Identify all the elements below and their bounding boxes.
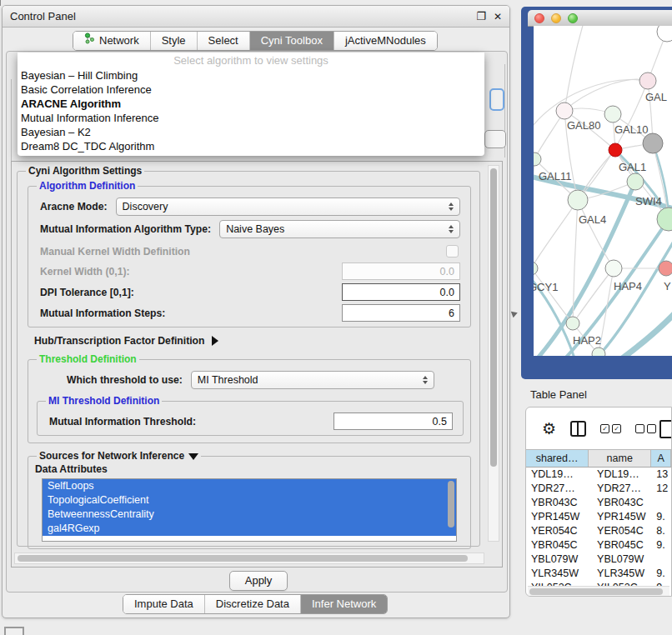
mi-threshold-field[interactable] (333, 412, 453, 430)
kernel-width-field[interactable] (342, 262, 460, 280)
mi-steps-label: Mutual Information Steps: (40, 308, 165, 319)
minimized-panel-icon[interactable] (4, 627, 24, 635)
settings-vertical-scrollbar-thumb[interactable] (490, 168, 497, 467)
network-node[interactable] (566, 317, 579, 330)
network-node-label-gal: GAL (645, 91, 667, 103)
apply-button[interactable]: Apply (229, 571, 288, 591)
minimize-traffic-light-icon[interactable] (551, 13, 561, 23)
network-node[interactable] (657, 26, 672, 42)
column-header-shared-[interactable]: shared… (526, 450, 589, 467)
table-row[interactable]: YER054CYER054C8. (526, 524, 671, 538)
aracne-mode-label: Aracne Mode: (40, 201, 108, 212)
algorithm-option-basic-correlation-inference[interactable]: Basic Correlation Inference (18, 82, 484, 97)
tab-network[interactable]: Network (73, 32, 150, 50)
table-cell: 13 (651, 468, 671, 482)
bottom-tab-infer-network[interactable]: Infer Network (300, 595, 387, 613)
network-node-label-gal80: GAL80 (567, 119, 600, 132)
mi-algorithm-type-label: Mutual Information Algorithm Type: (40, 223, 211, 235)
column-layout-icon[interactable] (570, 421, 586, 437)
table-row[interactable]: YDR27…YDR27…12 (526, 482, 671, 496)
tab-select[interactable]: Select (197, 32, 249, 50)
close-traffic-light-icon[interactable] (534, 13, 544, 23)
table-cell: YDR27… (589, 482, 651, 496)
sources-title: Sources for Network Inference (37, 450, 201, 462)
algorithm-option-mutual-information-inference[interactable]: Mutual Information Inference (18, 111, 484, 125)
mi-algorithm-type-combobox[interactable]: Naive Bayes (219, 220, 460, 238)
network-edge[interactable] (534, 200, 578, 268)
mi-steps-field[interactable] (342, 304, 460, 322)
network-node[interactable] (604, 106, 621, 122)
table-header: shared…nameA (526, 449, 671, 468)
bottom-tabs: Impute DataDiscretize DataInfer Network (123, 594, 388, 614)
bottom-tab-impute-data[interactable]: Impute Data (123, 595, 204, 613)
list-scrollbar-thumb[interactable] (448, 481, 454, 528)
algorithm-option-bayesian-hill-climbing[interactable]: Bayesian – Hill Climbing (18, 68, 484, 82)
attribute-item-topologicalcoefficient[interactable]: TopologicalCoefficient (43, 493, 456, 508)
gear-icon[interactable]: ⚙ (542, 421, 556, 437)
hub-definition-label: Hub/Transcription Factor Definition (34, 335, 205, 347)
network-node[interactable] (643, 133, 663, 153)
network-node[interactable] (605, 260, 622, 277)
bottom-tab-discretize-data[interactable]: Discretize Data (204, 595, 300, 613)
algorithm-option-aracne-algorithm[interactable]: ARACNE Algorithm (18, 97, 484, 111)
network-canvas[interactable]: GALGAL80GAL10GAL1GAL11SWI4GAL4GCY1HAP4YH… (534, 26, 672, 356)
network-node[interactable] (627, 173, 644, 190)
network-node[interactable] (609, 143, 622, 157)
threshold-definition-group: Threshold Definition Which threshold to … (28, 353, 471, 443)
network-edge[interactable] (578, 200, 614, 268)
table-horizontal-scrollbar-thumb[interactable] (529, 588, 663, 595)
table-row[interactable]: YBR043CYBR043C (526, 496, 671, 510)
collapsed-arrow-icon[interactable] (212, 336, 218, 346)
table-horizontal-scrollbar[interactable] (528, 586, 669, 597)
table-row[interactable]: YPR145WYPR145W9. (526, 510, 671, 524)
table-cell (651, 496, 671, 510)
table-cell: YDL19… (526, 468, 589, 482)
attribute-item-gal4rgexp[interactable]: gal4RGexp (43, 522, 456, 536)
expanded-arrow-icon[interactable] (188, 453, 198, 460)
table-row[interactable]: YBR045CYBR045C9. (526, 538, 671, 552)
algorithm-option-dream8-dc-tdc-algorithm[interactable]: Dream8 DC_TDC Algorithm (18, 139, 484, 153)
network-node[interactable] (657, 208, 672, 231)
deselect-all-checkboxes-icon[interactable] (635, 424, 656, 433)
dpi-tolerance-field[interactable] (342, 283, 460, 301)
select-all-checkboxes-icon[interactable]: ✓✓ (600, 424, 621, 433)
column-header-a[interactable]: A (651, 450, 671, 467)
which-threshold-combobox[interactable]: MI Threshold (191, 371, 434, 389)
network-edge[interactable] (564, 79, 648, 111)
table-cell: YPR145W (589, 510, 651, 524)
network-node[interactable] (568, 190, 588, 210)
table-row[interactable]: YBL079WYBL079W (526, 552, 671, 567)
attribute-item-selfloops[interactable]: SelfLoops (43, 479, 456, 493)
network-node[interactable] (534, 262, 538, 275)
float-window-icon[interactable]: ❐ (476, 10, 486, 22)
algorithm-definition-group: Algorithm Definition Aracne Mode: Discov… (28, 180, 471, 328)
network-node[interactable] (659, 261, 672, 276)
tab-cyni-toolbox[interactable]: Cyni Toolbox (249, 32, 333, 50)
tab-jactivemnodules[interactable]: jActiveMNodules (333, 32, 437, 50)
table-toolbar: ⚙ ✓✓ (526, 408, 671, 449)
table-row[interactable]: YLR345WYLR345W9. (526, 567, 671, 581)
table-cell: 9. (651, 567, 671, 581)
manual-kernel-width-checkbox[interactable] (446, 245, 459, 258)
network-node[interactable] (639, 72, 656, 89)
settings-vertical-scrollbar[interactable] (488, 165, 499, 542)
algorithm-definition-title: Algorithm Definition (37, 180, 138, 192)
algorithm-dropdown-placeholder: Select algorithm to view settings (18, 52, 484, 68)
aracne-mode-combobox[interactable]: Discovery (116, 198, 460, 216)
close-window-icon[interactable]: ✕ (494, 11, 502, 22)
attribute-item-betweennesscentrality[interactable]: BetweennessCentrality (43, 508, 456, 522)
tab-style[interactable]: Style (150, 32, 197, 50)
algorithm-option-bayesian-k2[interactable]: Bayesian – K2 (18, 125, 484, 139)
settings-horizontal-scrollbar-thumb[interactable] (18, 555, 468, 562)
mi-threshold-definition-group: MI Threshold Definition Mutual Informati… (37, 395, 464, 436)
which-threshold-label: Which threshold to use: (67, 374, 183, 386)
data-attributes-list[interactable]: SelfLoopsTopologicalCoefficientBetweenne… (42, 478, 457, 542)
cyni-algorithm-settings-group: Cyni Algorithm Settings Algorithm Defini… (17, 165, 480, 547)
zoom-traffic-light-icon[interactable] (568, 13, 578, 23)
export-table-icon[interactable] (659, 420, 672, 438)
column-header-name[interactable]: name (589, 450, 651, 467)
network-node[interactable] (556, 102, 573, 119)
stepper-arrows-icon (449, 225, 454, 233)
settings-horizontal-scrollbar[interactable] (14, 552, 484, 564)
table-row[interactable]: YDL19…YDL19…13 (526, 468, 671, 482)
